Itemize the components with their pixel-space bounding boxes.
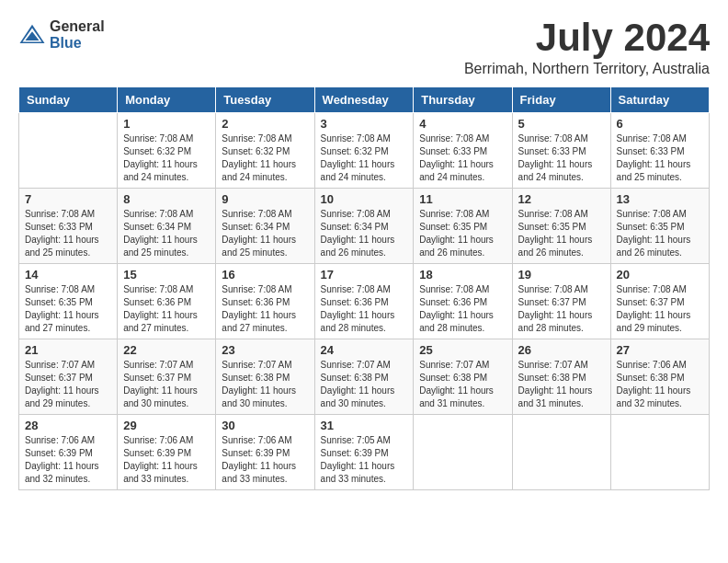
day-number: 26 [518,343,605,357]
day-cell: 4Sunrise: 7:08 AM Sunset: 6:33 PM Daylig… [414,113,512,189]
day-info: Sunrise: 7:08 AM Sunset: 6:37 PM Dayligh… [518,283,605,335]
day-cell: 31Sunrise: 7:05 AM Sunset: 6:39 PM Dayli… [314,415,414,490]
day-cell: 19Sunrise: 7:08 AM Sunset: 6:37 PM Dayli… [512,264,610,339]
day-number: 12 [518,192,605,206]
header-cell-thursday: Thursday [414,87,512,113]
day-number: 7 [25,192,111,206]
day-info: Sunrise: 7:08 AM Sunset: 6:36 PM Dayligh… [321,283,408,335]
header-cell-friday: Friday [512,87,610,113]
day-info: Sunrise: 7:08 AM Sunset: 6:35 PM Dayligh… [419,208,506,259]
day-cell: 29Sunrise: 7:06 AM Sunset: 6:39 PM Dayli… [118,415,216,490]
day-cell [19,113,118,189]
header-cell-tuesday: Tuesday [216,87,314,113]
day-cell: 15Sunrise: 7:08 AM Sunset: 6:36 PM Dayli… [118,264,216,339]
day-info: Sunrise: 7:08 AM Sunset: 6:36 PM Dayligh… [123,283,210,335]
logo-icon [18,21,46,49]
day-info: Sunrise: 7:08 AM Sunset: 6:36 PM Dayligh… [222,283,308,335]
day-cell: 23Sunrise: 7:07 AM Sunset: 6:38 PM Dayli… [216,339,314,415]
day-cell: 8Sunrise: 7:08 AM Sunset: 6:34 PM Daylig… [118,189,216,264]
day-cell: 17Sunrise: 7:08 AM Sunset: 6:36 PM Dayli… [314,264,414,339]
header-cell-saturday: Saturday [610,87,709,113]
day-info: Sunrise: 7:08 AM Sunset: 6:36 PM Dayligh… [419,283,506,335]
day-info: Sunrise: 7:08 AM Sunset: 6:34 PM Dayligh… [123,208,210,259]
day-number: 18 [419,268,506,282]
day-info: Sunrise: 7:06 AM Sunset: 6:38 PM Dayligh… [617,359,703,410]
calendar-body: 1Sunrise: 7:08 AM Sunset: 6:32 PM Daylig… [19,113,710,490]
day-info: Sunrise: 7:08 AM Sunset: 6:35 PM Dayligh… [25,283,111,335]
day-number: 13 [617,192,703,206]
day-info: Sunrise: 7:08 AM Sunset: 6:33 PM Dayligh… [518,132,605,184]
day-cell: 2Sunrise: 7:08 AM Sunset: 6:32 PM Daylig… [216,113,314,189]
day-info: Sunrise: 7:08 AM Sunset: 6:32 PM Dayligh… [321,132,408,184]
calendar-table: SundayMondayTuesdayWednesdayThursdayFrid… [18,86,710,490]
day-number: 3 [321,117,408,131]
day-cell: 11Sunrise: 7:08 AM Sunset: 6:35 PM Dayli… [414,189,512,264]
week-row-2: 7Sunrise: 7:08 AM Sunset: 6:33 PM Daylig… [19,189,710,264]
day-info: Sunrise: 7:06 AM Sunset: 6:39 PM Dayligh… [25,434,111,486]
day-number: 23 [222,343,308,357]
day-cell: 28Sunrise: 7:06 AM Sunset: 6:39 PM Dayli… [19,415,118,490]
day-cell [512,415,610,490]
day-cell: 9Sunrise: 7:08 AM Sunset: 6:34 PM Daylig… [216,189,314,264]
day-cell: 13Sunrise: 7:08 AM Sunset: 6:35 PM Dayli… [610,189,709,264]
day-cell: 24Sunrise: 7:07 AM Sunset: 6:38 PM Dayli… [314,339,414,415]
day-cell: 7Sunrise: 7:08 AM Sunset: 6:33 PM Daylig… [19,189,118,264]
day-cell [414,415,512,490]
day-info: Sunrise: 7:07 AM Sunset: 6:37 PM Dayligh… [25,359,111,410]
header: General Blue July 2024 Berrimah, Norther… [18,18,710,77]
calendar-header: SundayMondayTuesdayWednesdayThursdayFrid… [19,87,710,113]
header-cell-sunday: Sunday [19,87,118,113]
day-cell: 1Sunrise: 7:08 AM Sunset: 6:32 PM Daylig… [118,113,216,189]
week-row-4: 21Sunrise: 7:07 AM Sunset: 6:37 PM Dayli… [19,339,710,415]
day-cell: 18Sunrise: 7:08 AM Sunset: 6:36 PM Dayli… [414,264,512,339]
logo-general-text: General [50,18,105,35]
day-number: 1 [123,117,210,131]
day-info: Sunrise: 7:07 AM Sunset: 6:38 PM Dayligh… [321,359,408,410]
day-info: Sunrise: 7:07 AM Sunset: 6:37 PM Dayligh… [123,359,210,410]
week-row-5: 28Sunrise: 7:06 AM Sunset: 6:39 PM Dayli… [19,415,710,490]
day-info: Sunrise: 7:07 AM Sunset: 6:38 PM Dayligh… [222,359,308,410]
day-number: 31 [321,419,408,432]
day-number: 17 [321,268,408,282]
day-cell: 3Sunrise: 7:08 AM Sunset: 6:32 PM Daylig… [314,113,414,189]
logo: General Blue [18,18,105,51]
day-number: 10 [321,192,408,206]
day-number: 9 [222,192,308,206]
day-info: Sunrise: 7:08 AM Sunset: 6:35 PM Dayligh… [518,208,605,259]
title-area: July 2024 Berrimah, Northern Territory, … [464,18,710,77]
day-number: 2 [222,117,308,131]
day-number: 27 [617,343,703,357]
location: Berrimah, Northern Territory, Australia [464,61,710,77]
day-info: Sunrise: 7:08 AM Sunset: 6:33 PM Dayligh… [617,132,703,184]
header-cell-wednesday: Wednesday [314,87,414,113]
day-number: 11 [419,192,506,206]
day-number: 22 [123,343,210,357]
day-info: Sunrise: 7:08 AM Sunset: 6:32 PM Dayligh… [123,132,210,184]
day-info: Sunrise: 7:05 AM Sunset: 6:39 PM Dayligh… [321,434,408,486]
day-cell: 10Sunrise: 7:08 AM Sunset: 6:34 PM Dayli… [314,189,414,264]
day-cell [610,415,709,490]
week-row-1: 1Sunrise: 7:08 AM Sunset: 6:32 PM Daylig… [19,113,710,189]
day-number: 21 [25,343,111,357]
day-info: Sunrise: 7:06 AM Sunset: 6:39 PM Dayligh… [222,434,308,486]
week-row-3: 14Sunrise: 7:08 AM Sunset: 6:35 PM Dayli… [19,264,710,339]
day-number: 4 [419,117,506,131]
day-number: 24 [321,343,408,357]
day-number: 14 [25,268,111,282]
day-info: Sunrise: 7:08 AM Sunset: 6:32 PM Dayligh… [222,132,308,184]
day-info: Sunrise: 7:08 AM Sunset: 6:34 PM Dayligh… [222,208,308,259]
day-info: Sunrise: 7:07 AM Sunset: 6:38 PM Dayligh… [518,359,605,410]
day-cell: 12Sunrise: 7:08 AM Sunset: 6:35 PM Dayli… [512,189,610,264]
day-number: 8 [123,192,210,206]
logo-blue-text: Blue [50,35,105,52]
day-cell: 16Sunrise: 7:08 AM Sunset: 6:36 PM Dayli… [216,264,314,339]
day-number: 29 [123,419,210,432]
day-number: 15 [123,268,210,282]
day-number: 20 [617,268,703,282]
day-info: Sunrise: 7:08 AM Sunset: 6:33 PM Dayligh… [419,132,506,184]
day-cell: 6Sunrise: 7:08 AM Sunset: 6:33 PM Daylig… [610,113,709,189]
day-cell: 20Sunrise: 7:08 AM Sunset: 6:37 PM Dayli… [610,264,709,339]
month-year: July 2024 [464,18,710,57]
day-number: 28 [25,419,111,432]
day-number: 16 [222,268,308,282]
